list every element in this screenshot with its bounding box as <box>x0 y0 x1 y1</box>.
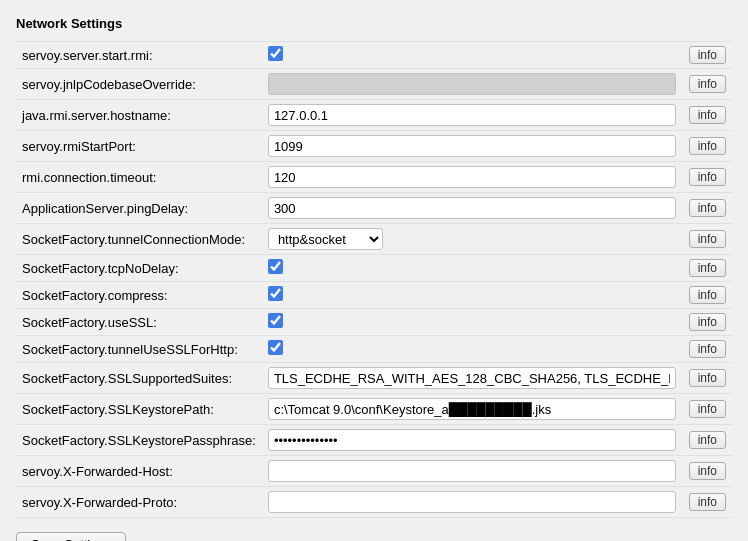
setting-value-cell <box>262 456 682 487</box>
info-button[interactable]: info <box>689 286 726 304</box>
setting-label: SocketFactory.SSLSupportedSuites: <box>16 363 262 394</box>
table-row: servoy.server.start.rmi:info <box>16 42 732 69</box>
setting-value-cell <box>262 309 682 336</box>
setting-checkbox[interactable] <box>268 259 283 274</box>
info-button[interactable]: info <box>689 106 726 124</box>
info-cell: info <box>682 69 732 100</box>
setting-label: servoy.X-Forwarded-Host: <box>16 456 262 487</box>
setting-text-input[interactable] <box>268 367 676 389</box>
info-cell: info <box>682 255 732 282</box>
info-button[interactable]: info <box>689 313 726 331</box>
table-row: SocketFactory.SSLKeystorePath:info <box>16 394 732 425</box>
info-cell: info <box>682 131 732 162</box>
info-button[interactable]: info <box>689 369 726 387</box>
setting-label: SocketFactory.SSLKeystorePassphrase: <box>16 425 262 456</box>
table-row: servoy.X-Forwarded-Proto:info <box>16 487 732 518</box>
info-cell: info <box>682 456 732 487</box>
setting-label: servoy.X-Forwarded-Proto: <box>16 487 262 518</box>
setting-value-cell <box>262 162 682 193</box>
info-cell: info <box>682 487 732 518</box>
setting-value-cell <box>262 193 682 224</box>
setting-checkbox[interactable] <box>268 286 283 301</box>
table-row: SocketFactory.compress:info <box>16 282 732 309</box>
info-cell: info <box>682 224 732 255</box>
table-row: SocketFactory.SSLKeystorePassphrase:info <box>16 425 732 456</box>
info-cell: info <box>682 425 732 456</box>
info-cell: info <box>682 336 732 363</box>
table-row: ApplicationServer.pingDelay:info <box>16 193 732 224</box>
setting-label: java.rmi.server.hostname: <box>16 100 262 131</box>
setting-password-input[interactable] <box>268 429 676 451</box>
setting-text-input[interactable] <box>268 460 676 482</box>
setting-checkbox[interactable] <box>268 340 283 355</box>
info-cell: info <box>682 42 732 69</box>
setting-label: servoy.jnlpCodebaseOverride: <box>16 69 262 100</box>
info-button[interactable]: info <box>689 168 726 186</box>
info-cell: info <box>682 193 732 224</box>
table-row: java.rmi.server.hostname:info <box>16 100 732 131</box>
info-button[interactable]: info <box>689 259 726 277</box>
setting-value-cell <box>262 69 682 100</box>
table-row: SocketFactory.tunnelConnectionMode:http&… <box>16 224 732 255</box>
setting-keystore-input[interactable] <box>268 398 676 420</box>
info-button[interactable]: info <box>689 75 726 93</box>
panel-title: Network Settings <box>16 16 732 31</box>
info-cell: info <box>682 282 732 309</box>
table-row: SocketFactory.SSLSupportedSuites:info <box>16 363 732 394</box>
info-button[interactable]: info <box>689 46 726 64</box>
info-button[interactable]: info <box>689 400 726 418</box>
setting-label: SocketFactory.tunnelConnectionMode: <box>16 224 262 255</box>
network-settings-panel: Network Settings servoy.server.start.rmi… <box>0 0 748 541</box>
info-cell: info <box>682 363 732 394</box>
setting-value-cell <box>262 336 682 363</box>
save-section: Save Settings <box>16 518 732 541</box>
setting-text-input[interactable] <box>268 73 676 95</box>
setting-value-cell <box>262 282 682 309</box>
setting-value-cell <box>262 363 682 394</box>
setting-text-input[interactable] <box>268 104 676 126</box>
setting-text-input[interactable] <box>268 197 676 219</box>
setting-label: SocketFactory.compress: <box>16 282 262 309</box>
setting-text-input[interactable] <box>268 491 676 513</box>
setting-label: SocketFactory.tunnelUseSSLForHttp: <box>16 336 262 363</box>
table-row: rmi.connection.timeout:info <box>16 162 732 193</box>
info-button[interactable]: info <box>689 340 726 358</box>
setting-value-cell <box>262 425 682 456</box>
setting-checkbox[interactable] <box>268 313 283 328</box>
info-button[interactable]: info <box>689 431 726 449</box>
table-row: SocketFactory.tcpNoDelay:info <box>16 255 732 282</box>
info-cell: info <box>682 394 732 425</box>
setting-text-input[interactable] <box>268 135 676 157</box>
info-button[interactable]: info <box>689 462 726 480</box>
setting-label: ApplicationServer.pingDelay: <box>16 193 262 224</box>
info-button[interactable]: info <box>689 230 726 248</box>
setting-label: SocketFactory.tcpNoDelay: <box>16 255 262 282</box>
setting-value-cell <box>262 42 682 69</box>
setting-value-cell <box>262 131 682 162</box>
setting-text-input[interactable] <box>268 166 676 188</box>
setting-label: rmi.connection.timeout: <box>16 162 262 193</box>
setting-value-cell <box>262 100 682 131</box>
info-button[interactable]: info <box>689 199 726 217</box>
setting-value-cell <box>262 255 682 282</box>
info-button[interactable]: info <box>689 137 726 155</box>
table-row: SocketFactory.useSSL:info <box>16 309 732 336</box>
setting-label: SocketFactory.useSSL: <box>16 309 262 336</box>
info-button[interactable]: info <box>689 493 726 511</box>
setting-label: SocketFactory.SSLKeystorePath: <box>16 394 262 425</box>
setting-checkbox[interactable] <box>268 46 283 61</box>
setting-value-cell <box>262 487 682 518</box>
table-row: servoy.rmiStartPort:info <box>16 131 732 162</box>
setting-value-cell: http&socket <box>262 224 682 255</box>
table-row: servoy.jnlpCodebaseOverride:info <box>16 69 732 100</box>
setting-label: servoy.rmiStartPort: <box>16 131 262 162</box>
table-row: SocketFactory.tunnelUseSSLForHttp:info <box>16 336 732 363</box>
settings-table: servoy.server.start.rmi:infoservoy.jnlpC… <box>16 41 732 518</box>
setting-value-cell <box>262 394 682 425</box>
info-cell: info <box>682 309 732 336</box>
info-cell: info <box>682 100 732 131</box>
setting-select[interactable]: http&socket <box>268 228 383 250</box>
table-row: servoy.X-Forwarded-Host:info <box>16 456 732 487</box>
setting-label: servoy.server.start.rmi: <box>16 42 262 69</box>
save-button[interactable]: Save Settings <box>16 532 126 541</box>
